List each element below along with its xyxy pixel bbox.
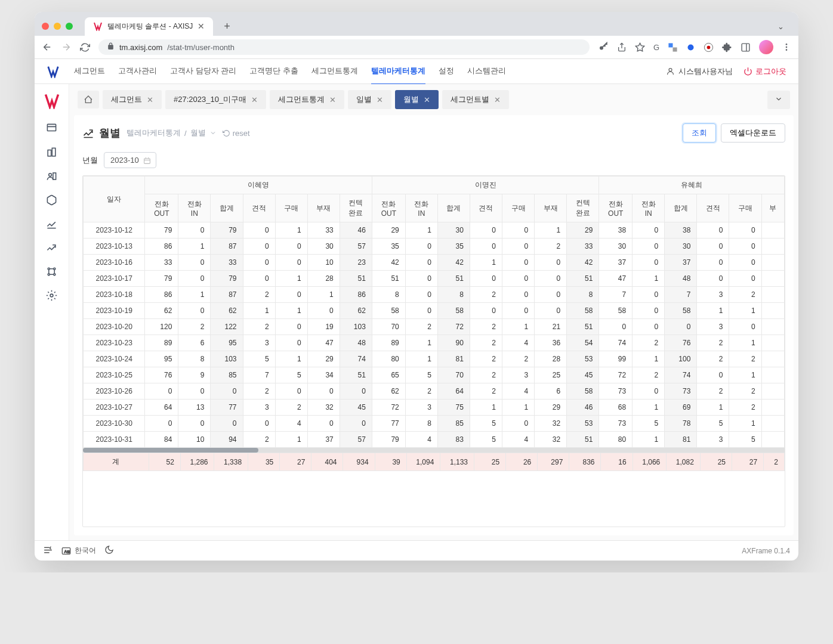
nav-item-4[interactable]: 세그먼트통계 [311, 58, 358, 85]
table-row[interactable]: 2023-10-188618720186808200870732 [84, 287, 785, 303]
table-row[interactable]: 2023-10-163303300102342042100423703700 [84, 255, 785, 271]
google-icon[interactable]: G [653, 43, 659, 52]
table-row[interactable]: 2023-10-24958103512974801812228539911002… [84, 351, 785, 367]
table-row[interactable]: 2023-10-2389695304748891902436547427621 [84, 335, 785, 351]
data-table[interactable]: 일자이혜영이명진유혜희전화 OUT전화 IN합계견적구매부재컨텍 완료전화 OU… [82, 175, 785, 527]
table-row[interactable]: 2023-10-27641377323245723751129466816912 [84, 400, 785, 416]
table-row[interactable]: 2023-10-31841094213757794835432518018135 [84, 432, 785, 448]
table-row[interactable]: 2023-10-138618700305735035002333003000 [84, 239, 785, 255]
sidebar-tm-stats-icon[interactable] [41, 237, 63, 258]
forward-button[interactable] [61, 42, 72, 52]
nav-item-7[interactable]: 시스템관리 [467, 58, 506, 85]
theme-toggle[interactable] [104, 545, 114, 556]
cell: 122 [211, 319, 243, 335]
table-row[interactable]: 2023-10-300000400778855032537357851 [84, 416, 785, 432]
browser-tab[interactable]: 텔레마케팅 솔루션 - AXISJ ✕ [85, 17, 213, 36]
close-icon[interactable]: ✕ [494, 95, 501, 104]
back-button[interactable] [42, 42, 53, 52]
cell: 4 [502, 335, 535, 351]
cell: 0 [243, 416, 275, 432]
user-info[interactable]: 시스템사용자님 [666, 66, 733, 77]
export-button[interactable]: 엑셀다운로드 [721, 123, 785, 143]
reset-button[interactable]: reset [223, 129, 250, 138]
close-icon[interactable]: ✕ [329, 95, 336, 104]
extensions-icon[interactable] [722, 42, 732, 52]
cell: 1 [243, 303, 275, 319]
nav-item-2[interactable]: 고객사 담당자 관리 [170, 58, 236, 85]
worktab-5[interactable]: 세그먼트별✕ [442, 90, 509, 109]
close-icon[interactable]: ✕ [198, 21, 205, 31]
cell: 1 [470, 400, 502, 416]
sidebar-segment-icon[interactable] [41, 117, 63, 139]
nav-item-3[interactable]: 고객명단 추출 [249, 58, 298, 85]
totals-row: 계521,2861,3383527404934391,0941,13325262… [84, 453, 785, 471]
ext-icon-1[interactable] [686, 43, 695, 52]
ext-icon-2[interactable] [704, 42, 714, 52]
table-row[interactable]: 2023-10-2576985753451655702325457227401 [84, 367, 785, 383]
cell: 0 [211, 416, 243, 432]
horizontal-scrollbar[interactable] [83, 448, 785, 453]
close-icon[interactable]: ✕ [251, 95, 258, 104]
cell: 0 [243, 255, 275, 271]
cell: 5 [697, 416, 729, 432]
tabs-more-button[interactable] [767, 91, 790, 109]
table-row[interactable]: 2023-10-20120212220191037027221215100030 [84, 319, 785, 335]
translate-icon[interactable] [668, 42, 678, 52]
cell: 3 [697, 287, 729, 303]
table-row[interactable]: 2023-10-127907901334629130001293803800 [84, 222, 785, 239]
reload-button[interactable] [80, 42, 90, 52]
cell-date: 2023-10-13 [84, 239, 145, 255]
worktab-2[interactable]: 세그먼트통계✕ [270, 90, 344, 109]
bookmark-icon[interactable] [635, 42, 645, 52]
nav-item-0[interactable]: 세그먼트 [74, 58, 105, 85]
nav-item-1[interactable]: 고객사관리 [118, 58, 157, 85]
close-icon[interactable]: ✕ [424, 95, 430, 104]
worktab-0[interactable]: 세그먼트✕ [103, 90, 162, 109]
sidepanel-icon[interactable] [741, 42, 751, 52]
table-row[interactable]: 2023-10-19620621106258058000585805811 [84, 303, 785, 319]
sidebar-stats-icon[interactable] [41, 213, 63, 234]
close-icon[interactable]: ✕ [377, 95, 383, 104]
language-switcher[interactable]: A한 한국어 [61, 546, 96, 556]
cell: 79 [211, 222, 243, 239]
sidebar-extract-icon[interactable] [41, 189, 63, 210]
share-icon[interactable] [617, 42, 627, 52]
close-icon[interactable]: ✕ [147, 95, 153, 104]
sub-header: 컨텍 완료 [340, 194, 372, 222]
chevron-down-icon[interactable] [209, 129, 217, 137]
nav-item-5[interactable]: 텔레마케터통계 [371, 58, 425, 85]
cell [761, 416, 784, 432]
breadcrumb-parent[interactable]: 텔레마케터통계 [127, 128, 181, 138]
cell: 1 [502, 400, 535, 416]
tabs-menu-button[interactable]: ⌄ [770, 20, 791, 33]
profile-avatar[interactable] [759, 40, 773, 54]
query-button[interactable]: 조회 [683, 123, 716, 143]
cell: 37 [599, 255, 633, 271]
window-controls[interactable] [42, 23, 73, 30]
key-icon[interactable] [598, 42, 609, 52]
address-bar[interactable]: tm.axisj.com/stat-tm/user-month [98, 39, 590, 55]
sidebar-settings-icon[interactable] [41, 261, 63, 282]
sidebar-system-icon[interactable] [41, 284, 63, 306]
collapse-sidebar-button[interactable] [43, 545, 53, 557]
worktab-4[interactable]: 월별✕ [395, 90, 439, 109]
sidebar-company-icon[interactable] [41, 141, 63, 163]
worktab-1[interactable]: #27:2023_10_미구매✕ [165, 90, 266, 109]
cell: 51 [567, 271, 599, 287]
month-picker[interactable]: 2023-10 [104, 152, 156, 168]
new-tab-button[interactable]: + [218, 18, 236, 35]
cell: 79 [372, 432, 405, 448]
total-cell: 27 [280, 453, 311, 471]
table-row[interactable]: 2023-10-26000200062264246587307322 [84, 383, 785, 400]
logout-button[interactable]: 로그아웃 [743, 66, 786, 77]
cell: 6 [178, 335, 211, 351]
tab-home[interactable] [78, 91, 99, 109]
browser-menu-icon[interactable] [782, 42, 791, 52]
worktab-3[interactable]: 일별✕ [348, 90, 391, 109]
version-label: AXFrame 0.1.4 [742, 547, 790, 555]
sidebar-contacts-icon[interactable] [41, 165, 63, 187]
breadcrumb-current[interactable]: 월별 [190, 128, 206, 138]
cell: 25 [535, 367, 567, 383]
table-row[interactable]: 2023-10-177907901285151051000514714800 [84, 271, 785, 287]
nav-item-6[interactable]: 설정 [439, 58, 454, 85]
